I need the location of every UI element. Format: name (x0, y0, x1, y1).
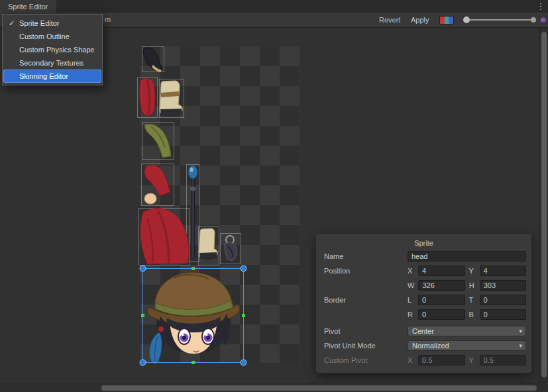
border-r-input[interactable] (418, 309, 465, 320)
pivot-label: Pivot (324, 327, 408, 335)
name-input[interactable] (408, 251, 526, 262)
window-kebab-menu-icon[interactable]: ⋮ (535, 0, 546, 13)
b-label: B (469, 311, 476, 318)
h-label: H (469, 281, 476, 289)
menu-item-skinning-editor[interactable]: Skinning Editor (3, 70, 101, 83)
menu-item-label: Skinning Editor (19, 72, 68, 80)
apply-button[interactable]: Apply (407, 13, 433, 27)
tab-sprite-editor[interactable]: Sprite Editor (0, 0, 56, 13)
position-h-input[interactable] (480, 280, 526, 291)
menu-item-sprite-editor[interactable]: ✓ Sprite Editor (3, 17, 101, 30)
custom-pivot-row: Custom Pivot X Y (316, 353, 531, 368)
menu-item-label: Custom Outline (19, 32, 70, 40)
name-row: Name (316, 249, 531, 264)
zoom-slider-thumb[interactable] (463, 17, 470, 23)
menu-item-custom-outline[interactable]: Custom Outline (3, 30, 101, 43)
pivot-row: Pivot Center ▾ (316, 324, 531, 338)
position-row-xy: Position X Y (316, 264, 531, 278)
pivot-unit-mode-row: Pivot Unit Mode Normalized ▾ (316, 338, 531, 353)
x-label: X (408, 356, 414, 364)
border-b-input[interactable] (480, 309, 527, 320)
chevron-down-icon: ▾ (519, 341, 522, 351)
panel-title: Sprite (316, 237, 531, 249)
position-y-input[interactable] (480, 266, 527, 276)
mip-slider-thumb[interactable] (531, 17, 536, 23)
menu-item-label: Sprite Editor (19, 19, 60, 27)
border-l-input[interactable] (418, 295, 465, 305)
x-label: X (408, 267, 414, 275)
r-label: R (408, 311, 414, 318)
position-w-input[interactable] (418, 280, 465, 291)
border-t-input[interactable] (480, 295, 527, 305)
y-label: Y (469, 356, 476, 364)
scrollbar-corner (539, 383, 548, 392)
vertical-scrollbar[interactable] (539, 28, 548, 383)
pivot-unit-mode-dropdown[interactable]: Normalized ▾ (408, 340, 526, 351)
horizontal-scrollbar-thumb[interactable] (101, 385, 537, 391)
texture-checkerboard (140, 46, 300, 363)
menu-item-label: Secondary Textures (19, 59, 83, 67)
mipmap-icon: ❋ (539, 15, 547, 24)
t-label: T (469, 296, 476, 304)
pivot-unit-mode-label: Pivot Unit Mode (324, 342, 408, 350)
l-label: L (408, 296, 414, 304)
position-x-input[interactable] (418, 266, 465, 276)
trim-button-partial[interactable]: m (105, 15, 111, 23)
position-label: Position (324, 267, 408, 275)
zoom-slider[interactable] (465, 19, 535, 21)
menu-item-secondary-textures[interactable]: Secondary Textures (3, 56, 101, 70)
menu-item-custom-physics-shape[interactable]: Custom Physics Shape (3, 43, 101, 56)
menu-item-label: Custom Physics Shape (19, 46, 95, 54)
border-row-rb: R B (316, 307, 531, 322)
y-label: Y (469, 267, 476, 275)
custom-pivot-label: Custom Pivot (324, 356, 408, 364)
position-row-wh: W H (316, 278, 531, 293)
border-row-lt: Border L T (316, 293, 531, 307)
pivot-dropdown[interactable]: Center ▾ (408, 326, 526, 336)
custom-pivot-y-input (480, 355, 527, 366)
sprite-editor-window: Sprite Editor ⋮ m Revert Apply ❋ (0, 0, 548, 392)
name-label: Name (324, 252, 408, 260)
checkmark-icon: ✓ (9, 17, 15, 30)
custom-pivot-x-input (418, 355, 465, 366)
color-channel-icon[interactable] (439, 16, 454, 24)
vertical-scrollbar-thumb[interactable] (541, 32, 547, 377)
tab-title: Sprite Editor (8, 3, 48, 11)
border-label: Border (324, 296, 408, 304)
pivot-value: Center (412, 327, 434, 335)
revert-button[interactable]: Revert (375, 13, 404, 27)
tab-bar: Sprite Editor ⋮ (0, 0, 548, 13)
sprite-editor-mode-menu: ✓ Sprite Editor Custom Outline Custom Ph… (2, 14, 103, 85)
w-label: W (408, 281, 414, 289)
horizontal-scrollbar[interactable] (0, 383, 539, 392)
pivot-unit-mode-value: Normalized (412, 342, 449, 350)
sprite-inspector-panel: Sprite Name Position X Y W H (315, 233, 532, 373)
chevron-down-icon: ▾ (519, 326, 522, 336)
